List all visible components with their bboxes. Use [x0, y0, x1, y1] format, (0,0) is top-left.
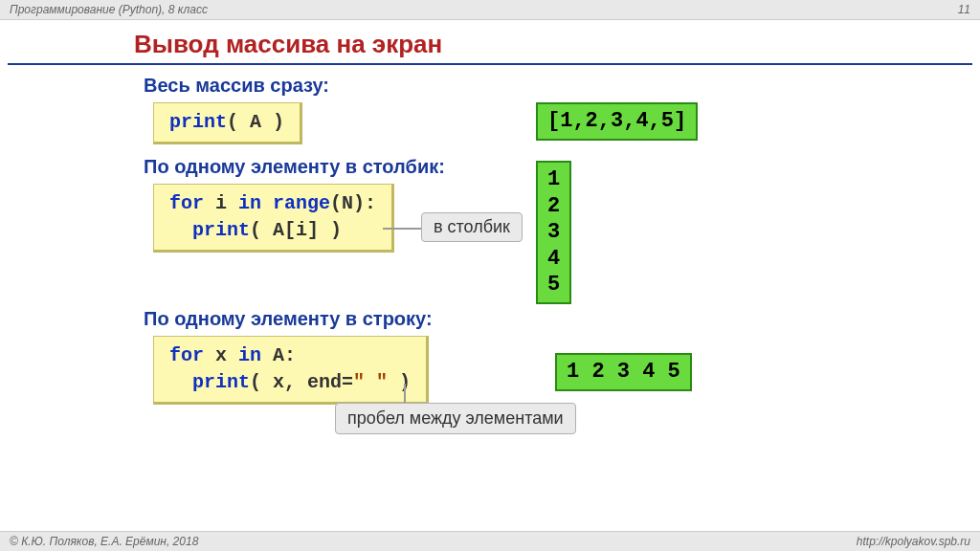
header-subject: Программирование (Python), 8 класс	[10, 3, 208, 16]
footer-url: http://kpolyakov.spb.ru	[857, 535, 970, 548]
output-full-array: [1,2,3,4,5]	[536, 102, 698, 141]
output-row: 1 2 3 4 5	[555, 353, 692, 391]
code-print-array: print( A )	[153, 102, 302, 144]
footer-copyright: © К.Ю. Поляков, Е.А. Ерёмин, 2018	[10, 535, 198, 548]
code-print-column: for i in range(N): print( A[i] )	[153, 184, 394, 253]
header-bar: Программирование (Python), 8 класс 11	[0, 0, 980, 20]
section1-heading: Весь массив сразу:	[144, 75, 980, 97]
output-column: 1 2 3 4 5	[536, 161, 571, 304]
callout-column: в столбик	[421, 212, 523, 242]
footer-bar: © К.Ю. Поляков, Е.А. Ерёмин, 2018 http:/…	[0, 531, 980, 551]
slide-title: Вывод массива на экран	[134, 30, 980, 59]
header-page-number: 11	[958, 3, 970, 16]
callout-space: пробел между элементами	[335, 403, 576, 434]
slide-body: Весь массив сразу: print( A ) [1,2,3,4,5…	[144, 75, 980, 479]
callout-leader	[383, 228, 425, 230]
title-rule	[8, 63, 972, 65]
code-print-row: for x in A: print( x, end=" " )	[153, 336, 429, 405]
